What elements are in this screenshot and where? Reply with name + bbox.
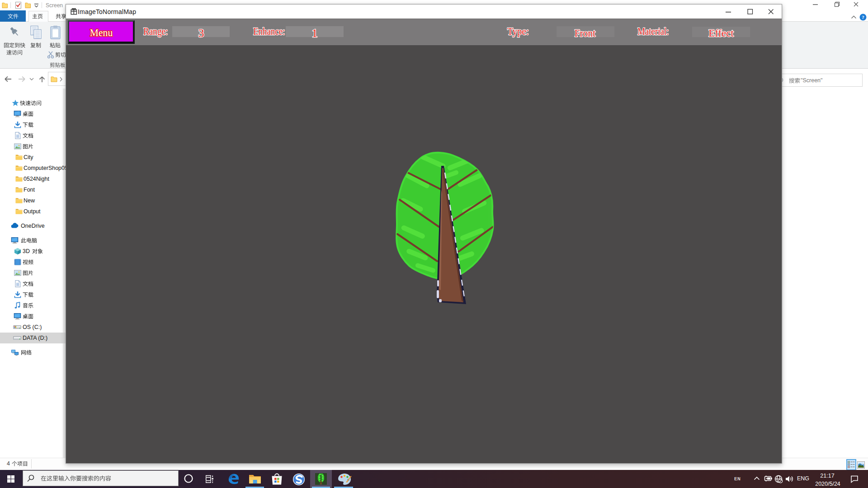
svg-text:Material:: Material: <box>637 25 669 38</box>
svg-text:3: 3 <box>198 27 204 40</box>
svg-text:1: 1 <box>312 27 318 40</box>
svg-text:Range:: Range: <box>143 25 168 38</box>
svg-text:Enhance:: Enhance: <box>253 25 285 38</box>
svg-text:Type:: Type: <box>507 25 529 38</box>
svg-text:?: ? <box>862 14 864 20</box>
svg-text:Effect: Effect <box>708 28 734 39</box>
svg-text:Front: Front <box>575 27 596 39</box>
svg-text:Menu: Menu <box>90 27 113 38</box>
